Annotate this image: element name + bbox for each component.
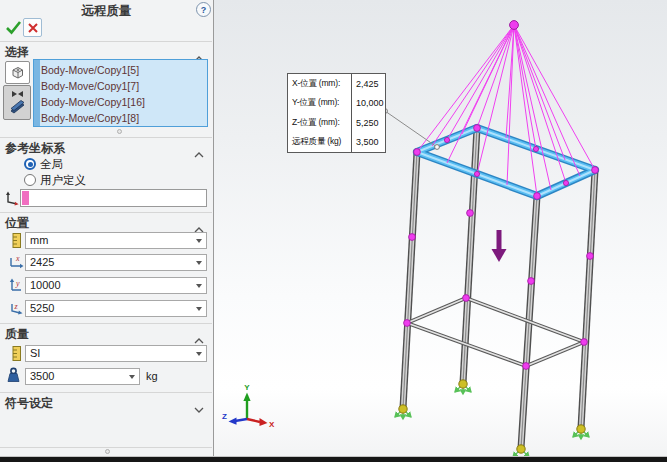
fixture-symbols bbox=[395, 380, 589, 456]
callout-leader bbox=[383, 109, 440, 150]
model-canvas[interactable]: Y X Z bbox=[0, 0, 667, 456]
callout-row: 远程质量 (kg) 3,500 bbox=[288, 133, 385, 153]
triad-y-label: Y bbox=[244, 383, 250, 392]
callout-value: 5,250 bbox=[351, 113, 385, 133]
remote-mass-point bbox=[510, 21, 519, 30]
callout-label: 远程质量 (kg) bbox=[288, 136, 351, 148]
callout-label: X-位置 (mm): bbox=[288, 78, 351, 90]
remote-mass-callout[interactable]: X-位置 (mm): 2,425 Y-位置 (mm): 10,000 Z-位置 … bbox=[287, 73, 386, 153]
callout-row: X-位置 (mm): 2,425 bbox=[288, 74, 385, 94]
callout-label: Z-位置 (mm): bbox=[288, 117, 351, 129]
callout-row: Y-位置 (mm): 10,000 bbox=[288, 94, 385, 114]
callout-value: 2,425 bbox=[351, 74, 385, 94]
remote-mass-connector-lines bbox=[417, 25, 595, 196]
callout-row: Z-位置 (mm): 5,250 bbox=[288, 113, 385, 133]
triad-x-label: X bbox=[269, 420, 275, 429]
frame-leg-right bbox=[581, 170, 595, 428]
callout-value: 3,500 bbox=[351, 133, 385, 153]
callout-value: 10,000 bbox=[351, 94, 385, 114]
selected-top-frame-beams[interactable] bbox=[417, 128, 595, 196]
callout-label: Y-位置 (mm): bbox=[288, 97, 351, 109]
frame-stretchers bbox=[407, 298, 584, 366]
triad-z-label: Z bbox=[222, 412, 227, 421]
frame-leg-left bbox=[403, 152, 417, 408]
taskbar-edge bbox=[0, 456, 667, 462]
remote-mass-arrow bbox=[492, 230, 507, 262]
orientation-triad: Y X Z bbox=[222, 383, 275, 429]
